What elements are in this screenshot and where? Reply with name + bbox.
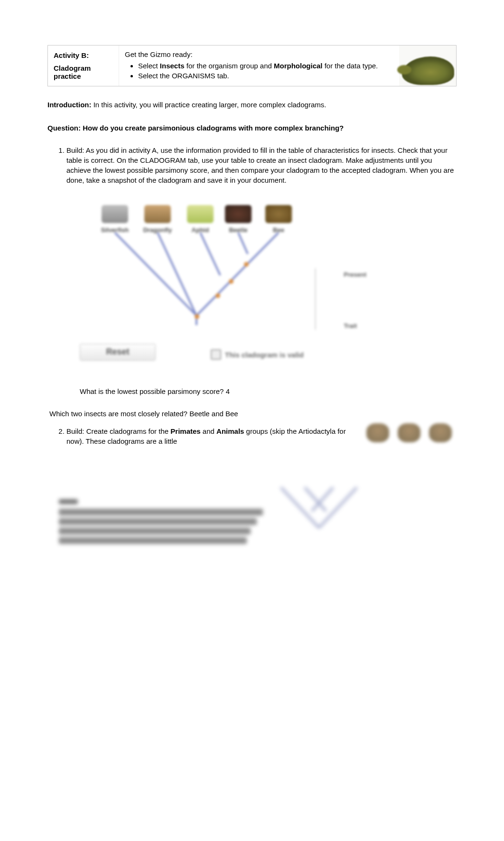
instruction-item-1: Select Insects for the organism group an… — [138, 61, 393, 71]
related-answer: Beetle and Bee — [189, 410, 238, 418]
branch-node — [244, 262, 249, 267]
svg-line-1 — [158, 233, 196, 316]
organism-thumb — [187, 205, 214, 223]
legend-present: Present — [344, 271, 366, 279]
svg-line-0 — [115, 233, 196, 316]
svg-line-6 — [281, 487, 319, 528]
activity-steps-cont: Build: Create cladograms for the Primate… — [47, 426, 457, 447]
frog-icon — [402, 56, 454, 85]
question-heading: Question: How do you create parsimonious… — [47, 123, 457, 133]
blurred-diagram — [271, 485, 366, 542]
introduction-paragraph: Introduction: In this activity, you will… — [47, 100, 457, 110]
valid-indicator: This cladogram is valid — [211, 349, 304, 360]
organism-thumb — [144, 205, 171, 223]
activity-title-cell: Activity B: Cladogram practice — [48, 46, 119, 86]
parsimony-question: What is the lowest possible parsimony sc… — [80, 386, 457, 396]
related-question: Which two insects are most closely relat… — [49, 410, 457, 418]
activity-header: Activity B: Cladogram practice Get the G… — [47, 45, 457, 86]
step-2-thumbnails — [366, 423, 457, 447]
parsimony-answer: 4 — [226, 387, 230, 395]
blurred-text — [59, 499, 263, 547]
cladogram-branches — [73, 233, 291, 327]
step-2-label: Build: — [66, 427, 84, 435]
organism-thumb — [265, 205, 292, 223]
step-1: Build: As you did in activity A, use the… — [66, 145, 457, 396]
instruction-item-2: Select the ORGANISMS tab. — [138, 71, 393, 81]
introduction-label: Introduction: — [47, 101, 91, 109]
gizmo-ready-label: Get the Gizmo ready: — [125, 50, 393, 58]
organism-thumb — [225, 205, 252, 223]
header-image-cell — [399, 46, 456, 86]
activity-label: Activity B: — [54, 51, 114, 59]
activity-steps: Build: As you did in activity A, use the… — [47, 145, 457, 396]
organism-thumb — [398, 423, 420, 442]
branch-node — [215, 293, 220, 298]
svg-line-2 — [200, 233, 220, 275]
valid-checkbox-icon — [211, 349, 221, 360]
blurred-preview — [47, 499, 457, 547]
svg-line-7 — [319, 487, 357, 528]
organism-thumb — [102, 205, 128, 223]
organism-thumb — [429, 423, 452, 442]
branch-node — [229, 279, 233, 284]
organism-thumb — [366, 423, 389, 442]
gizmo-instructions: Get the Gizmo ready: Select Insects for … — [119, 46, 399, 86]
reset-button[interactable]: Reset — [80, 344, 156, 361]
branch-node — [195, 314, 199, 319]
svg-line-3 — [238, 233, 248, 254]
legend-trait: Trait — [344, 322, 357, 330]
cladogram-figure: Silverfish Dragonfly Aphid Beetle Bee — [73, 199, 329, 375]
activity-title: Cladogram practice — [54, 64, 114, 80]
step-2: Build: Create cladograms for the Primate… — [66, 426, 457, 447]
svg-line-4 — [196, 233, 279, 316]
step-1-label: Build: — [66, 146, 84, 154]
